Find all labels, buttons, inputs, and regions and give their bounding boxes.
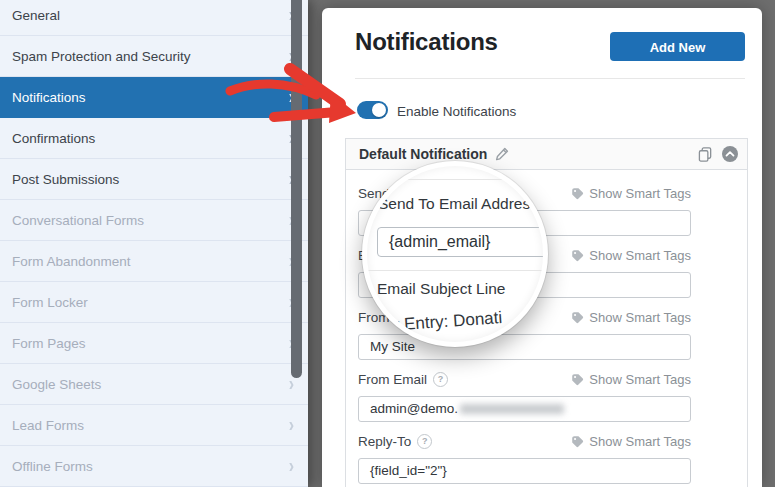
sidebar-item-notifications[interactable]: Notifications ›: [0, 77, 308, 118]
sidebar-item-label: Google Sheets: [12, 377, 101, 392]
show-smart-tags-label: Show Smart Tags: [589, 248, 691, 263]
show-smart-tags-link[interactable]: Show Smart Tags: [571, 372, 691, 387]
show-smart-tags-link[interactable]: Show Smart Tags: [571, 434, 691, 449]
help-icon[interactable]: ?: [433, 372, 448, 387]
sidebar-item-form-abandonment[interactable]: Form Abandonment ›: [0, 241, 308, 282]
settings-sidebar: General › Spam Protection and Security ›…: [0, 0, 308, 487]
notification-header: Default Notification: [346, 139, 747, 170]
magnified-send-to-label: Send To Email Address: [378, 195, 538, 213]
field-input[interactable]: {field_id="2"}: [358, 458, 691, 484]
enable-notifications-toggle[interactable]: [357, 101, 388, 119]
tag-icon: [571, 373, 584, 386]
notification-title: Default Notification: [359, 146, 487, 162]
field-label: Reply-To: [358, 434, 411, 449]
sidebar-item-general[interactable]: General ›: [0, 0, 308, 36]
sidebar-item-conversational-forms[interactable]: Conversational Forms ›: [0, 200, 308, 241]
sidebar-item-lead-forms[interactable]: Lead Forms ›: [0, 405, 308, 446]
show-smart-tags-label: Show Smart Tags: [589, 372, 691, 387]
show-smart-tags-label: Show Smart Tags: [589, 310, 691, 325]
sidebar-item-label: Notifications: [12, 90, 86, 105]
sidebar-item-label: Form Abandonment: [12, 254, 131, 269]
blurred-email-text: [460, 404, 564, 414]
field-label: From Email: [358, 372, 427, 387]
show-smart-tags-label: Show Smart Tags: [589, 434, 691, 449]
sidebar-item-confirmations[interactable]: Confirmations ›: [0, 118, 308, 159]
add-new-notification-button[interactable]: Add New Notification: [610, 32, 745, 61]
notification-field-row: Reply-To ? Show Smart Tags {field_id="2"…: [358, 434, 735, 484]
chevron-right-icon: ›: [289, 415, 294, 435]
sidebar-item-label: General: [12, 8, 60, 23]
magnified-partial-subject-text: w Entry: Donati: [386, 308, 502, 336]
page-title: Notifications: [355, 27, 498, 57]
tag-icon: [571, 187, 584, 200]
tag-icon: [571, 311, 584, 324]
notification-field-row: From Email ? Show Smart Tags admin@demo.: [358, 372, 735, 422]
show-smart-tags-label: Show Smart Tags: [589, 186, 691, 201]
sidebar-item-label: Post Submissions: [12, 172, 119, 187]
tag-icon: [571, 435, 584, 448]
magnified-subject-label: Email Subject Line: [377, 280, 505, 298]
sidebar-item-label: Form Locker: [12, 295, 88, 310]
magnified-admin-email-input: {admin_email}: [377, 227, 543, 257]
sidebar-item-label: Spam Protection and Security: [12, 49, 191, 64]
collapse-notification-icon[interactable]: [722, 146, 738, 162]
sidebar-item-google-sheets[interactable]: Google Sheets ›: [0, 364, 308, 405]
sidebar-item-post-submissions[interactable]: Post Submissions ›: [0, 159, 308, 200]
chevron-right-icon: ›: [289, 456, 294, 476]
field-input[interactable]: admin@demo.: [358, 396, 691, 422]
sidebar-item-spam-protection-and-security[interactable]: Spam Protection and Security ›: [0, 36, 308, 77]
sidebar-item-label: Offline Forms: [12, 459, 93, 474]
magnifier-zoom-circle: Send To Email Address {admin_email} Emai…: [362, 161, 548, 347]
show-smart-tags-link[interactable]: Show Smart Tags: [571, 248, 691, 263]
show-smart-tags-link[interactable]: Show Smart Tags: [571, 310, 691, 325]
magnified-divider: [367, 270, 543, 271]
show-smart-tags-link[interactable]: Show Smart Tags: [571, 186, 691, 201]
sidebar-item-offline-forms[interactable]: Offline Forms ›: [0, 446, 308, 487]
tag-icon: [571, 249, 584, 262]
sidebar-item-label: Conversational Forms: [12, 213, 144, 228]
sidebar-nav: General › Spam Protection and Security ›…: [0, 0, 308, 487]
sidebar-item-form-locker[interactable]: Form Locker ›: [0, 282, 308, 323]
edit-pencil-icon[interactable]: [495, 147, 509, 161]
header-divider: [355, 78, 745, 79]
sidebar-item-label: Confirmations: [12, 131, 95, 146]
field-input[interactable]: My Site: [358, 334, 691, 360]
duplicate-notification-icon[interactable]: [698, 147, 713, 162]
sidebar-item-label: Lead Forms: [12, 418, 84, 433]
sidebar-scrollbar[interactable]: [291, 0, 302, 378]
sidebar-item-label: Form Pages: [12, 336, 86, 351]
sidebar-item-form-pages[interactable]: Form Pages ›: [0, 323, 308, 364]
toggle-knob: [372, 103, 386, 117]
help-icon[interactable]: ?: [417, 434, 432, 449]
enable-notifications-label: Enable Notifications: [397, 104, 516, 119]
